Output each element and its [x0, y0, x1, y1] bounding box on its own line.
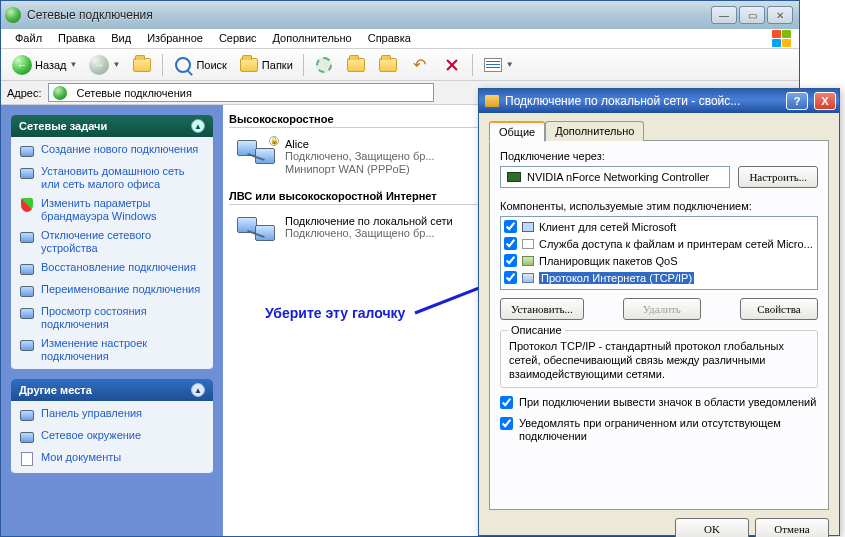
undo-icon: ↶ [410, 55, 430, 75]
task-label: Сетевое окружение [41, 429, 141, 442]
properties-dialog: Подключение по локальной сети - свойс...… [478, 88, 840, 536]
ok-button[interactable]: OK [675, 518, 749, 537]
component-checkbox[interactable] [504, 220, 517, 233]
network-icon [53, 86, 67, 100]
component-client[interactable]: Клиент для сетей Microsoft [502, 218, 816, 235]
address-field[interactable]: Сетевые подключения [48, 83, 434, 102]
menu-tools[interactable]: Сервис [211, 29, 265, 48]
forward-button[interactable]: → ▼ [84, 53, 125, 77]
connection-text: Подключение по локальной сети Подключено… [285, 215, 453, 251]
close-button[interactable]: X [814, 92, 836, 110]
component-file-share[interactable]: Служба доступа к файлам и принтерам сете… [502, 235, 816, 252]
menu-edit[interactable]: Правка [50, 29, 103, 48]
maximize-button[interactable]: ▭ [739, 6, 765, 24]
forward-arrow-icon: → [89, 55, 109, 75]
tab-general[interactable]: Общие [489, 121, 545, 142]
tab-advanced[interactable]: Дополнительно [545, 121, 644, 141]
dialog-title: Подключение по локальной сети - свойс... [505, 94, 780, 108]
task-disable-device[interactable]: Отключение сетевого устройства [19, 229, 205, 255]
wizard-icon [20, 146, 34, 157]
settings-icon [20, 340, 34, 351]
window-title: Сетевые подключения [27, 8, 711, 22]
option-notify-limited[interactable]: Уведомлять при ограниченном или отсутств… [500, 417, 818, 443]
option-label: При подключении вывести значок в области… [519, 396, 816, 409]
component-checkbox[interactable] [504, 237, 517, 250]
copyto-button[interactable] [373, 53, 403, 77]
sync-button[interactable] [309, 53, 339, 77]
menu-view[interactable]: Вид [103, 29, 139, 48]
component-label: Клиент для сетей Microsoft [539, 221, 676, 233]
close-button[interactable]: ✕ [767, 6, 793, 24]
dialog-body: Общие Дополнительно Подключение через: N… [479, 113, 839, 518]
undo-button[interactable]: ↶ [405, 53, 435, 77]
task-label: Изменение настроек подключения [41, 337, 205, 363]
address-label: Адрес: [7, 87, 42, 99]
task-label: Панель управления [41, 407, 142, 420]
dialog-icon [485, 95, 499, 107]
address-value: Сетевые подключения [77, 87, 192, 99]
back-button[interactable]: ← Назад ▼ [7, 53, 82, 77]
menu-file[interactable]: Файл [7, 29, 50, 48]
task-label: Мои документы [41, 451, 121, 464]
menu-help[interactable]: Справка [360, 29, 419, 48]
menu-favorites[interactable]: Избранное [139, 29, 211, 48]
remove-button[interactable]: Удалить [623, 298, 701, 320]
configure-button[interactable]: Настроить... [738, 166, 818, 188]
status-icon [20, 308, 34, 319]
component-checkbox[interactable] [504, 271, 517, 284]
disable-icon [20, 232, 34, 243]
qos-icon [522, 256, 534, 266]
delete-button[interactable] [437, 53, 467, 77]
connection-name: Подключение по локальной сети [285, 215, 453, 227]
task-new-connection[interactable]: Создание нового подключения [19, 143, 205, 159]
search-button[interactable]: Поиск [168, 53, 231, 77]
connection-status: Подключено, Защищено бр... [285, 150, 435, 163]
task-view-status[interactable]: Просмотр состояния подключения [19, 305, 205, 331]
network-places-icon [20, 432, 34, 443]
task-change-settings[interactable]: Изменение настроек подключения [19, 337, 205, 363]
task-label: Установить домашнюю сеть или сеть малого… [41, 165, 205, 191]
component-checkbox[interactable] [504, 254, 517, 267]
task-repair[interactable]: Восстановление подключения [19, 261, 205, 277]
component-qos[interactable]: Планировщик пакетов QoS [502, 252, 816, 269]
task-label: Восстановление подключения [41, 261, 196, 274]
install-button[interactable]: Установить... [500, 298, 584, 320]
help-button[interactable]: ? [786, 92, 808, 110]
adapter-icon [507, 172, 521, 182]
option-label: Уведомлять при ограниченном или отсутств… [519, 417, 818, 443]
minimize-button[interactable]: — [711, 6, 737, 24]
dialog-footer: OK Отмена [479, 518, 839, 537]
folders-icon [240, 58, 258, 72]
link-control-panel[interactable]: Панель управления [19, 407, 205, 423]
back-arrow-icon: ← [12, 55, 32, 75]
other-places-header[interactable]: Другие места ▲ [11, 379, 213, 401]
task-firewall-settings[interactable]: Изменить параметры брандмауэра Windows [19, 197, 205, 223]
notify-limited-checkbox[interactable] [500, 417, 513, 430]
folders-button[interactable]: Папки [234, 53, 298, 77]
connect-via-label: Подключение через: [500, 150, 818, 162]
tray-icon-checkbox[interactable] [500, 396, 513, 409]
shield-icon [21, 198, 33, 212]
sync-icon [316, 57, 332, 73]
connection-icon [237, 215, 277, 251]
chevron-down-icon: ▼ [112, 60, 120, 69]
home-network-icon [20, 168, 34, 179]
task-home-network[interactable]: Установить домашнюю сеть или сеть малого… [19, 165, 205, 191]
views-button[interactable]: ▼ [478, 53, 519, 77]
component-tcpip[interactable]: Протокол Интернета (TCP/IP) [502, 269, 816, 286]
separator [303, 54, 304, 76]
option-show-tray-icon[interactable]: При подключении вывести значок в области… [500, 396, 818, 409]
link-network-places[interactable]: Сетевое окружение [19, 429, 205, 445]
up-button[interactable] [127, 53, 157, 77]
properties-button[interactable]: Свойства [740, 298, 818, 320]
network-tasks-header[interactable]: Сетевые задачи ▲ [11, 115, 213, 137]
task-rename[interactable]: Переименование подключения [19, 283, 205, 299]
moveto-button[interactable] [341, 53, 371, 77]
window-controls: — ▭ ✕ [711, 6, 793, 24]
menu-advanced[interactable]: Дополнительно [265, 29, 360, 48]
cancel-button[interactable]: Отмена [755, 518, 829, 537]
link-my-documents[interactable]: Мои документы [19, 451, 205, 467]
other-places-panel: Другие места ▲ Панель управления Сетевое… [11, 379, 213, 473]
lock-icon: 🔒 [269, 136, 279, 146]
components-listbox[interactable]: Клиент для сетей Microsoft Служба доступ… [500, 216, 818, 290]
